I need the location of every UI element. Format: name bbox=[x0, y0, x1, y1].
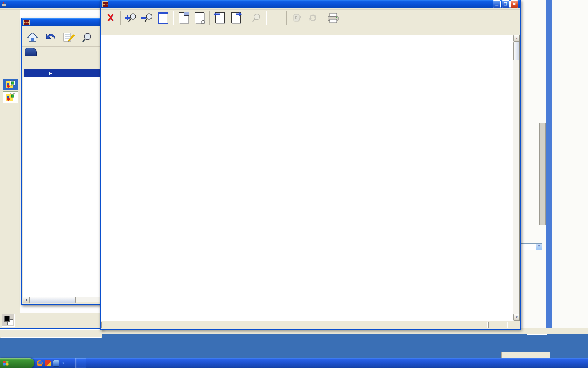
paint-current-colors[interactable] bbox=[2, 314, 15, 327]
close-figure-button[interactable]: X bbox=[103, 11, 118, 25]
find-button[interactable] bbox=[80, 30, 94, 45]
scroll-down-button[interactable]: ▼ bbox=[513, 314, 520, 321]
desktop: ▼ bbox=[0, 0, 588, 368]
thumbnail-view-button[interactable] bbox=[176, 11, 191, 25]
system-tray bbox=[75, 358, 86, 368]
paint-option-opaque[interactable] bbox=[3, 79, 18, 90]
figure-vertical-scrollbar[interactable]: ▲ ▼ bbox=[513, 35, 519, 321]
back-button[interactable] bbox=[44, 30, 58, 45]
scrollbar-thumb[interactable] bbox=[29, 297, 76, 303]
paint-status-text bbox=[1, 332, 102, 338]
zoom-in-button[interactable] bbox=[123, 11, 139, 25]
paint-option-transparent[interactable] bbox=[3, 91, 18, 103]
highlight-button[interactable]: F bbox=[289, 11, 304, 25]
num-lock-indicator bbox=[488, 322, 508, 328]
scrollbar-thumb[interactable] bbox=[513, 42, 519, 60]
num-lock-indicator bbox=[527, 329, 547, 335]
background-dropdown[interactable]: ▼ bbox=[520, 243, 542, 250]
zoom-out-icon bbox=[141, 12, 153, 23]
ondemand-app-icon: ODS bbox=[23, 20, 30, 25]
fit-window-button[interactable] bbox=[155, 11, 171, 25]
paint-title-bar[interactable] bbox=[0, 0, 102, 8]
fig119-status-bar bbox=[101, 321, 520, 329]
pan-button[interactable] bbox=[192, 11, 207, 25]
home-button[interactable] bbox=[26, 30, 40, 45]
zoom-out-button[interactable] bbox=[139, 11, 155, 25]
figure-content: ▲ ▼ bbox=[101, 35, 520, 321]
minimize-button[interactable]: ▁ bbox=[493, 0, 501, 8]
arrow-left-icon bbox=[214, 12, 220, 16]
fig119-title-bar[interactable]: ODS ▁ ❐ ✕ bbox=[101, 0, 520, 8]
previous-figure-button[interactable] bbox=[212, 11, 227, 25]
chevron-more-icon[interactable]: » bbox=[62, 361, 64, 365]
hide-show-label bbox=[276, 18, 277, 18]
window-overlay-icon bbox=[184, 12, 189, 16]
windows-logo-icon bbox=[3, 360, 9, 366]
ods-app-icon: ODS bbox=[102, 1, 108, 7]
background-window-edge bbox=[546, 0, 552, 329]
taskbar: » bbox=[0, 358, 588, 368]
quick-launch-bar: » bbox=[34, 360, 67, 367]
download-app-quicklaunch-icon[interactable] bbox=[45, 360, 51, 366]
vehicle-selector-tab[interactable] bbox=[25, 48, 37, 56]
worksheet-button[interactable] bbox=[62, 30, 76, 45]
refresh-button[interactable] bbox=[305, 11, 321, 25]
print-button[interactable] bbox=[326, 11, 341, 25]
paint-app-icon bbox=[1, 2, 7, 7]
paint-color-box bbox=[0, 313, 102, 328]
arrow-right-icon bbox=[236, 12, 242, 16]
status-panel bbox=[509, 322, 519, 328]
close-button[interactable]: ✕ bbox=[510, 0, 518, 8]
scroll-left-button[interactable]: ◀ bbox=[23, 297, 29, 303]
arrow-right-icon: ▶ bbox=[49, 71, 52, 75]
status-ready bbox=[102, 322, 488, 328]
background-window: ▼ bbox=[520, 0, 588, 329]
hide-show-button[interactable] bbox=[269, 11, 284, 25]
start-button[interactable] bbox=[0, 358, 34, 368]
refresh-icon bbox=[308, 13, 318, 23]
background-scrollbar-thumb[interactable] bbox=[539, 123, 546, 225]
num-lock-indicator bbox=[530, 353, 549, 359]
chevron-down-icon[interactable]: ▼ bbox=[536, 244, 542, 250]
paint-status-bar bbox=[0, 329, 102, 338]
figure-caption bbox=[101, 26, 520, 35]
find-button[interactable] bbox=[248, 11, 264, 25]
status-panel bbox=[501, 352, 550, 359]
firefox-quicklaunch-icon[interactable] bbox=[37, 360, 43, 366]
fig119-window: ODS ▁ ❐ ✕ X bbox=[100, 0, 521, 330]
fig-window-icon bbox=[158, 12, 168, 24]
paint-tool-options bbox=[3, 79, 18, 104]
printer-icon bbox=[327, 12, 340, 23]
next-figure-button[interactable] bbox=[228, 11, 244, 25]
paint-can-icon: F bbox=[292, 12, 302, 23]
scroll-up-button[interactable]: ▲ bbox=[513, 35, 520, 42]
zoom-in-icon bbox=[125, 12, 137, 23]
close-x-icon: X bbox=[107, 13, 114, 23]
desktop-quicklaunch-icon[interactable] bbox=[53, 360, 59, 367]
restore-button[interactable]: ❐ bbox=[502, 0, 510, 8]
fig119-toolbar: X bbox=[101, 10, 520, 26]
hand-icon bbox=[201, 19, 205, 24]
find-icon bbox=[251, 13, 261, 23]
svg-text:F: F bbox=[295, 16, 298, 20]
